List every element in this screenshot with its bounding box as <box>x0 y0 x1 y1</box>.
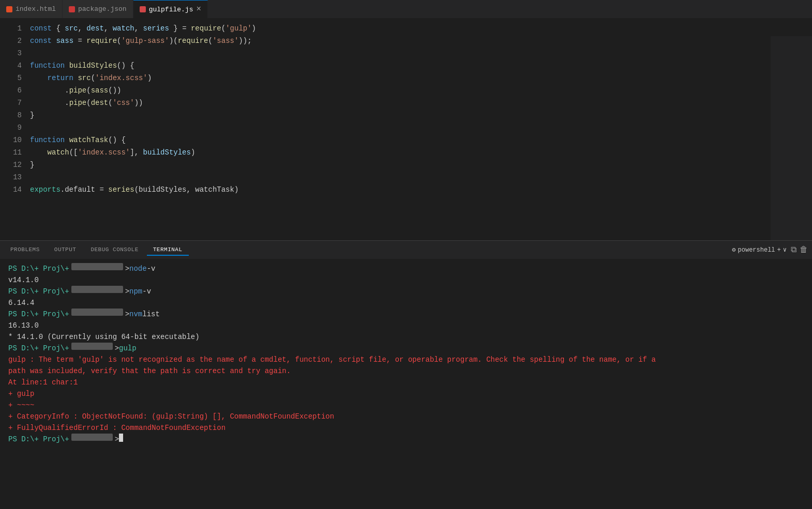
term-blurred-2 <box>71 286 123 293</box>
code-line-3 <box>30 47 808 59</box>
panel-tab-right: ⚙ powershell + ∨ ⧉ 🗑 <box>732 245 808 255</box>
term-path: PS D:\+ Proj\+ <box>8 263 69 274</box>
term-cmd-node: node <box>129 263 147 274</box>
tab-output[interactable]: OUTPUT <box>48 244 83 256</box>
code-line-5: return src('index.scss') <box>30 72 808 84</box>
split-terminal-icon[interactable]: ⧉ <box>791 245 796 255</box>
terminal-line-3: PS D:\+ Proj\+ > nvm list <box>8 309 804 320</box>
terminal-error-5: + ~~~~ <box>8 399 804 411</box>
code-line-8: } <box>30 109 808 121</box>
terminal-error-1: gulp : The term 'gulp' is not recognized… <box>8 354 804 365</box>
code-line-7: .pipe(dest('css')) <box>30 97 808 109</box>
terminal-line-2: PS D:\+ Proj\+ > npm -v <box>8 286 804 297</box>
powershell-add-icon[interactable]: + <box>777 246 781 254</box>
tab-label-gulpfile-js: gulpfile.js <box>149 6 193 13</box>
close-tab-icon[interactable]: × <box>196 5 201 14</box>
powershell-label: powershell <box>738 246 775 254</box>
terminal-output-node: v14.1.0 <box>8 274 804 286</box>
term-blurred-1 <box>71 263 123 270</box>
line-numbers: 1 2 3 4 5 6 7 8 9 10 11 12 13 14 <box>0 22 26 236</box>
trash-icon[interactable]: 🗑 <box>800 245 808 255</box>
term-cmd-nvm: nvm <box>129 309 142 320</box>
code-line-9 <box>30 121 808 134</box>
terminal-error-info-2: + FullyQualifiedErrorId : CommandNotFoun… <box>8 422 804 434</box>
terminal-line-1: PS D:\+ Proj\+ > node -v <box>8 263 804 274</box>
code-line-4: function buildStyles() { <box>30 59 808 72</box>
tab-index-html[interactable]: index.html <box>0 0 63 18</box>
package-icon <box>69 6 75 12</box>
terminal-final-prompt: PS D:\+ Proj\+ > <box>8 434 804 445</box>
panel-tabs: PROBLEMS OUTPUT DEBUG CONSOLE TERMINAL ⚙… <box>0 241 812 259</box>
term-cmd-npm: npm <box>129 286 142 297</box>
tab-debug-console[interactable]: DEBUG CONSOLE <box>84 244 144 256</box>
code-editor: 1 2 3 4 5 6 7 8 9 10 11 12 13 14 const {… <box>0 18 812 240</box>
minimap <box>771 36 812 240</box>
code-line-14: exports.default = series(buildStyles, wa… <box>30 183 808 196</box>
terminal-line-4: PS D:\+ Proj\+ > gulp <box>8 343 804 354</box>
tab-package-json[interactable]: package.json <box>63 0 133 18</box>
terminal-error-3: At line:1 char:1 <box>8 377 804 388</box>
code-line-12: } <box>30 159 808 171</box>
tab-gulpfile-js[interactable]: gulpfile.js × <box>133 0 208 18</box>
term-blurred-3 <box>71 309 123 316</box>
tab-label-package-json: package.json <box>78 5 127 13</box>
term-blurred-5 <box>71 434 113 441</box>
tab-bar: index.html package.json gulpfile.js × <box>0 0 812 18</box>
code-line-6: .pipe(sass()) <box>30 84 808 97</box>
term-flag-v2: -v <box>142 286 151 297</box>
editor-wrapper: 1 2 3 4 5 6 7 8 9 10 11 12 13 14 const {… <box>0 18 812 240</box>
terminal-content[interactable]: PS D:\+ Proj\+ > node -v v14.1.0 PS D:\+… <box>0 259 812 509</box>
html-icon <box>6 6 12 12</box>
terminal-output-nvm1: 16.13.0 <box>8 320 804 331</box>
tab-terminal[interactable]: TERMINAL <box>147 244 189 256</box>
code-line-13 <box>30 171 808 183</box>
terminal-error-2: path was included, verify that the path … <box>8 365 804 377</box>
gulp-icon <box>140 6 146 12</box>
code-line-11: watch(['index.scss'], buildStyles) <box>30 146 808 159</box>
terminal-error-info-1: + CategoryInfo : ObjectNotFound: (gulp:S… <box>8 411 804 422</box>
terminal-output-npm: 6.14.4 <box>8 297 804 309</box>
tab-problems[interactable]: PROBLEMS <box>4 244 46 256</box>
terminal-output-nvm2: * 14.1.0 (Currently using 64-bit executa… <box>8 331 804 343</box>
panel-actions: ⧉ 🗑 <box>791 245 808 255</box>
terminal-error-4: + gulp <box>8 388 804 399</box>
code-content[interactable]: const { src, dest, watch, series } = req… <box>26 22 812 236</box>
term-blurred-4 <box>71 343 113 350</box>
powershell-chevron-icon[interactable]: ∨ <box>783 246 787 254</box>
code-line-2: const sass = require('gulp-sass')(requir… <box>30 35 808 47</box>
code-line-10: function watchTask() { <box>30 134 808 146</box>
bottom-panel: PROBLEMS OUTPUT DEBUG CONSOLE TERMINAL ⚙… <box>0 240 812 509</box>
code-line-1: const { src, dest, watch, series } = req… <box>30 22 808 35</box>
powershell-gear-icon: ⚙ <box>732 246 735 254</box>
powershell-badge: ⚙ powershell + ∨ <box>732 246 787 254</box>
term-flag-v1: -v <box>147 263 156 274</box>
terminal-cursor <box>119 434 123 442</box>
tab-label-index-html: index.html <box>16 5 56 13</box>
term-cmd-gulp: gulp <box>119 343 137 354</box>
